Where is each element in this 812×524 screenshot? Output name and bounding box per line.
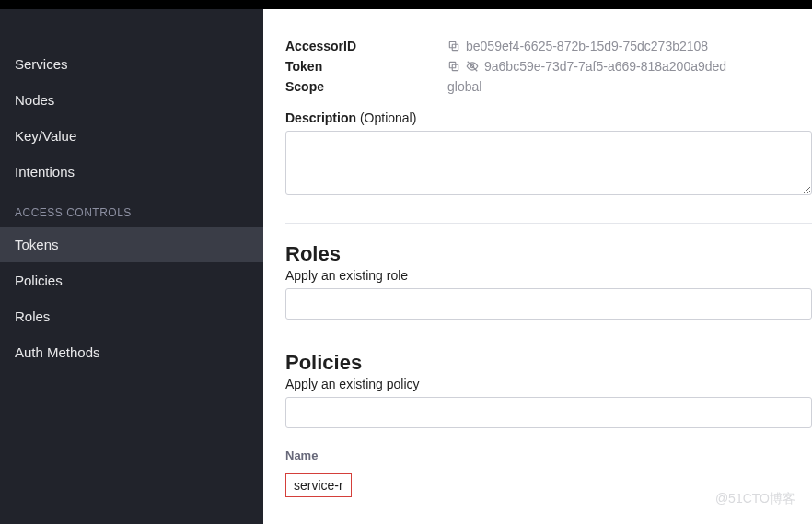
sidebar-item-intentions[interactable]: Intentions <box>0 154 263 190</box>
policies-input[interactable] <box>285 397 812 428</box>
divider <box>285 223 812 224</box>
sidebar-item-roles[interactable]: Roles <box>0 298 263 334</box>
scope-label: Scope <box>285 79 447 94</box>
roles-title: Roles <box>285 242 812 266</box>
sidebar-section-access-controls: ACCESS CONTROLS <box>0 190 263 227</box>
policies-title: Policies <box>285 351 812 375</box>
accessor-id-label: AccessorID <box>285 39 447 53</box>
description-label: Description (Optional) <box>285 111 812 125</box>
main-content: AccessorID be059ef4-6625-872b-15d9-75dc2… <box>263 9 812 524</box>
roles-subtitle: Apply an existing role <box>285 268 812 283</box>
eye-off-icon[interactable] <box>466 60 479 73</box>
copy-icon[interactable] <box>447 60 460 73</box>
sidebar-item-auth-methods[interactable]: Auth Methods <box>0 334 263 370</box>
watermark: @51CTO博客 <box>715 491 795 507</box>
policies-subtitle: Apply an existing policy <box>285 377 812 391</box>
copy-icon[interactable] <box>447 40 460 52</box>
token-value: 9a6bc59e-73d7-7af5-a669-818a200a9ded <box>484 59 726 74</box>
accessor-id-value: be059ef4-6625-872b-15d9-75dc273b2108 <box>466 39 708 53</box>
sidebar-item-services[interactable]: Services <box>0 46 263 82</box>
top-bar <box>0 0 812 9</box>
description-input[interactable] <box>285 131 812 195</box>
sidebar-item-key-value[interactable]: Key/Value <box>0 118 263 154</box>
token-label: Token <box>285 59 447 74</box>
sidebar-item-policies[interactable]: Policies <box>0 262 263 298</box>
policy-name-value[interactable]: service-r <box>285 473 352 497</box>
sidebar-item-nodes[interactable]: Nodes <box>0 82 263 118</box>
description-optional: (Optional) <box>360 111 416 125</box>
roles-input[interactable] <box>285 288 812 320</box>
sidebar: Services Nodes Key/Value Intentions ACCE… <box>0 9 263 524</box>
scope-value: global <box>447 79 481 94</box>
name-label: Name <box>285 448 812 462</box>
sidebar-item-tokens[interactable]: Tokens <box>0 227 263 262</box>
